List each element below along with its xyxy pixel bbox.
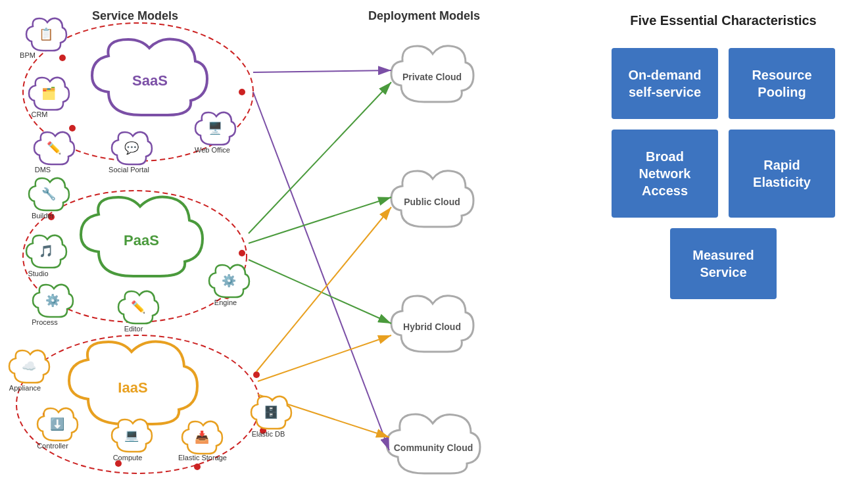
svg-text:PaaS: PaaS [124,232,159,249]
dot [61,92,68,99]
crm-cloud: 🗂️ [29,78,69,110]
dot [132,316,138,322]
characteristics-title: Five Essential Characteristics [630,13,816,28]
paas-cloud: PaaS [81,197,203,276]
paas-to-private [249,82,391,233]
char-rapid-elasticity-label: RapidElasticity [753,156,811,191]
engine-label: Engine [214,298,237,306]
paas-ring [23,191,247,322]
svg-text:☁️: ☁️ [22,359,37,373]
svg-text:🗄️: 🗄️ [264,405,279,419]
char-on-demand: On-demandself-service [612,48,718,119]
svg-text:Public Cloud: Public Cloud [404,197,460,207]
svg-text:📥: 📥 [195,430,210,444]
iaas-to-community [258,394,389,437]
dot [224,293,230,299]
appliance-cloud: ☁️ [9,350,49,383]
main-container: Service Models Deployment Models [0,0,868,501]
editor-label: Editor [124,325,143,333]
dot [41,253,48,260]
compute-label: Compute [113,454,143,462]
saas-cloud: SaaS [92,39,207,115]
paas-to-public [249,197,391,243]
dot [214,118,220,125]
dot [135,151,141,158]
svg-text:⬇️: ⬇️ [50,417,65,431]
svg-text:💬: 💬 [124,141,139,155]
paas-to-hybrid [249,260,391,323]
diagram-svg: Private Cloud Public Cloud Hybrid Cloud … [0,0,579,501]
svg-text:Hybrid Cloud: Hybrid Cloud [403,322,461,332]
dms-cloud: ✏️ [34,132,74,164]
dot [59,55,66,61]
bpm-cloud: 📋 [26,18,66,51]
char-resource-pooling-label: ResourcePooling [752,66,811,101]
svg-text:🎵: 🎵 [39,244,54,258]
controller-label: Controller [37,442,68,450]
saas-to-community [253,92,389,450]
dot [56,293,62,299]
public-cloud-group: Public Cloud [391,171,473,227]
controller-cloud: ⬇️ [37,408,78,441]
svg-text:SaaS: SaaS [132,72,168,89]
dot [115,460,122,467]
saas-to-private [253,70,391,72]
web-office-label: Web Office [195,146,230,154]
right-panel: Five Essential Characteristics On-demand… [579,0,868,501]
svg-text:IaaS: IaaS [118,379,147,396]
svg-text:Community Cloud: Community Cloud [394,442,473,453]
web-office-cloud: 🖥️ [195,112,235,145]
builder-label: Builder [32,212,55,220]
iaas-to-hybrid [258,335,391,381]
service-models-title: Service Models [92,9,178,23]
studio-cloud: 🎵 [26,235,66,268]
social-portal-label: Social Portal [108,166,149,174]
elastic-db-label: Elastic DB [252,430,285,438]
elastic-storage-cloud: 📥 [182,421,222,454]
dot [239,250,245,256]
social-portal-cloud: 💬 [112,132,152,164]
svg-text:💻: 💻 [124,428,139,442]
studio-label: Studio [28,270,48,277]
char-resource-pooling: ResourcePooling [729,48,835,119]
builder-cloud: 🔧 [29,178,69,210]
engine-cloud: ⚙️ [209,265,249,297]
editor-cloud: ✏️ [118,291,158,323]
svg-text:Private Cloud: Private Cloud [402,72,462,82]
dot [194,464,201,470]
char-measured-service-label: MeasuredService [692,247,754,281]
process-label: Process [32,318,58,326]
dot [48,214,55,220]
community-cloud-group: Community Cloud [387,414,480,473]
diagram-area: Service Models Deployment Models [0,0,579,501]
dot [35,364,41,370]
bpm-label: BPM [20,51,36,59]
iaas-cloud: IaaS [69,342,197,424]
process-cloud: ⚙️ [33,285,73,317]
crm-label: CRM [31,110,47,118]
svg-text:✏️: ✏️ [47,141,62,155]
svg-text:⚙️: ⚙️ [222,274,237,288]
dms-label: DMS [35,166,51,174]
dot [253,371,260,378]
appliance-label: Appliance [9,384,41,392]
char-on-demand-label: On-demandself-service [628,66,701,101]
elastic-db-cloud: 🗄️ [251,396,291,429]
elastic-storage-label: Elastic Storage [178,454,227,462]
dot [239,89,245,95]
iaas-to-public [256,207,391,371]
char-rapid-elasticity: RapidElasticity [729,130,835,218]
characteristics-grid: On-demandself-service ResourcePooling Br… [612,48,835,218]
char-broad-network-label: BroadNetworkAccess [639,148,691,199]
hybrid-cloud-group: Hybrid Cloud [391,296,473,352]
dot [260,427,266,434]
char-measured-service: MeasuredService [670,228,777,299]
svg-text:🗂️: 🗂️ [41,86,57,101]
svg-text:🖥️: 🖥️ [208,121,223,135]
char-broad-network: BroadNetworkAccess [612,130,718,218]
dot [43,411,49,418]
svg-text:⚙️: ⚙️ [45,293,60,308]
svg-text:📋: 📋 [39,27,54,41]
private-cloud-group: Private Cloud [391,46,473,102]
svg-text:✏️: ✏️ [131,300,146,314]
